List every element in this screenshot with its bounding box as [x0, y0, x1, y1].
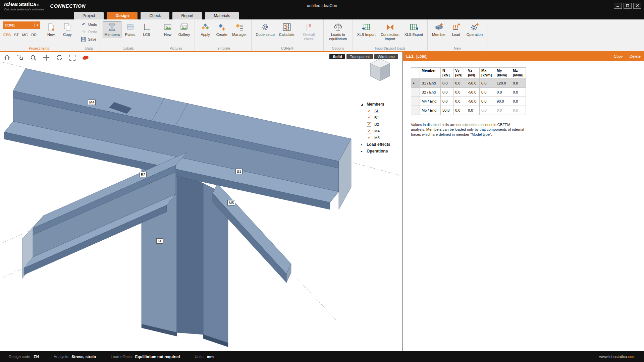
plates-labels-toggle[interactable]: Plates	[122, 21, 138, 38]
cell-my[interactable]: 90.0	[495, 97, 511, 106]
cell-vy[interactable]: 0.0	[453, 78, 466, 87]
zoom-fit-button[interactable]	[69, 54, 76, 61]
cell-member[interactable]: M4 / End	[420, 97, 441, 106]
cell-n[interactable]: 50.0	[441, 106, 453, 115]
tab-project[interactable]: Project	[74, 12, 104, 19]
mode-st-button[interactable]: ST	[14, 33, 19, 37]
cell-vy[interactable]: 0.0	[453, 106, 466, 115]
members-labels-toggle[interactable]: Members	[103, 21, 121, 38]
navigation-cube[interactable]	[367, 57, 393, 83]
member-label-sl[interactable]: SL	[156, 238, 163, 244]
cell-n[interactable]: 0.0	[441, 97, 453, 106]
model-3d-scene[interactable]	[0, 52, 402, 351]
cell-vy[interactable]: 0.0	[453, 87, 466, 97]
new-load-button[interactable]: Load	[448, 21, 464, 38]
home-view-button[interactable]	[3, 54, 11, 61]
new-operation-button[interactable]: Operation	[465, 21, 484, 38]
save-button[interactable]: Save	[81, 36, 97, 42]
display-mode-wireframe[interactable]: Wireframe	[374, 54, 398, 59]
delete-load-effect-button[interactable]: Delete	[630, 54, 641, 58]
tree-node-members[interactable]: ◢ Members	[361, 101, 401, 108]
status-design-code[interactable]: Design code: EN	[9, 355, 39, 359]
minimize-button[interactable]	[614, 3, 622, 9]
website-link[interactable]: www.ideastatica.com	[599, 355, 635, 359]
cell-my[interactable]: 120.0	[495, 78, 511, 87]
copy-project-item-button[interactable]: Copy	[60, 21, 75, 38]
tree-item-b2[interactable]: ✔ B2	[361, 121, 401, 128]
tree-item-m5[interactable]: ✔ M5	[361, 134, 401, 141]
close-button[interactable]	[633, 3, 641, 9]
copy-load-effect-button[interactable]: Copy	[614, 54, 623, 58]
lcs-labels-toggle[interactable]: LCS	[139, 21, 154, 38]
zoom-window-button[interactable]	[16, 54, 24, 61]
tab-materials[interactable]: Materials	[205, 12, 239, 19]
mode-mc-button[interactable]: MC	[22, 33, 28, 37]
status-units[interactable]: Units: mm	[195, 355, 214, 359]
table-row-b2[interactable]: B2 / End 0.0 0.0 -50.0 0.0 0.0 0.0	[411, 87, 526, 97]
tab-design[interactable]: Design	[107, 12, 138, 19]
cell-vz[interactable]: -50.0	[466, 78, 480, 87]
table-row-b1[interactable]: ▸ B1 / End 0.0 0.0 -50.0 0.0 120.0 0.0	[411, 78, 526, 87]
mode-dr-button[interactable]: DR	[31, 33, 37, 37]
cell-member[interactable]: B2 / End	[420, 87, 441, 97]
checkbox-checked-icon[interactable]: ✔	[367, 116, 371, 120]
new-project-item-button[interactable]: New	[43, 21, 59, 38]
tree-node-operations[interactable]: ▸ Operations	[361, 148, 401, 155]
pan-button[interactable]	[43, 54, 50, 61]
checkbox-checked-icon[interactable]: ✔	[367, 122, 371, 127]
template-manager-button[interactable]: Manager	[230, 21, 248, 38]
gallery-button[interactable]: Gallery	[176, 21, 192, 38]
xls-import-button[interactable]: XLS Import	[356, 21, 377, 38]
orbit-button[interactable]	[56, 54, 63, 61]
connection-selector[interactable]: CON1 ▾	[3, 21, 40, 29]
member-label-m5[interactable]: M5	[227, 200, 235, 205]
cell-mz[interactable]: 0.0	[511, 97, 526, 106]
tree-item-b1[interactable]: ✔ B1	[361, 114, 401, 121]
cell-my[interactable]: 0.0	[495, 87, 511, 97]
cell-vy[interactable]: 0.0	[453, 97, 466, 106]
maximize-button[interactable]	[624, 3, 632, 9]
member-label-b2[interactable]: B2	[140, 172, 147, 177]
new-picture-button[interactable]: New	[160, 21, 175, 38]
member-label-b1[interactable]: B1	[235, 169, 243, 174]
mode-eps-button[interactable]: EPS	[3, 33, 11, 37]
cell-n[interactable]: 0.0	[441, 78, 453, 87]
checkbox-checked-icon[interactable]: ✔	[367, 136, 371, 140]
checkbox-checked-icon[interactable]: ✔	[367, 109, 371, 113]
tree-item-sl[interactable]: ✔ SL	[361, 108, 401, 114]
cell-member[interactable]: B1 / End	[420, 78, 441, 87]
create-template-button[interactable]: Create	[214, 21, 229, 38]
modify-color-button[interactable]	[82, 54, 89, 61]
code-setup-button[interactable]: Code setup	[254, 21, 276, 38]
calculate-button[interactable]: Calculate	[277, 21, 296, 38]
tab-report[interactable]: Report	[172, 12, 202, 19]
apply-template-button[interactable]: Apply	[198, 21, 213, 38]
cell-vz[interactable]: -50.0	[466, 87, 480, 97]
cell-mz[interactable]: 0.0	[511, 87, 526, 97]
zoom-button[interactable]	[30, 54, 37, 61]
redo-button[interactable]: ↷ Redo	[81, 29, 97, 35]
table-row-m5[interactable]: M5 / End 50.0 0.0 0.0 0.0 0.0 0.0	[411, 106, 526, 115]
row-selector-icon[interactable]: ▸	[411, 78, 420, 87]
tab-check[interactable]: Check	[141, 12, 169, 19]
undo-button[interactable]: ↶ Undo	[81, 21, 97, 27]
display-mode-solid[interactable]: Solid	[329, 54, 345, 59]
cell-mx[interactable]: 0.0	[480, 97, 495, 106]
cell-mz[interactable]: 0.0	[511, 78, 526, 87]
checkbox-checked-icon[interactable]: ✔	[367, 129, 371, 133]
status-load-effects[interactable]: Load effects: Equilibrium not required	[111, 355, 180, 359]
cell-member[interactable]: M5 / End	[420, 106, 441, 115]
cell-mx[interactable]: 0.0	[480, 87, 495, 97]
model-viewport[interactable]: Solid Transparent Wireframe	[0, 52, 402, 351]
connection-import-button[interactable]: Connection Import	[378, 21, 402, 42]
display-mode-transparent[interactable]: Transparent	[346, 54, 373, 59]
cell-mx[interactable]: 0.0	[480, 78, 495, 87]
loads-in-equilibrium-button[interactable]: Loads in equilibrium	[326, 21, 350, 42]
cell-vz[interactable]: -50.0	[466, 97, 480, 106]
overall-check-button[interactable]: Overall check	[297, 21, 321, 42]
xls-export-button[interactable]: XLS Export	[403, 21, 425, 38]
member-label-m4[interactable]: M4	[88, 100, 96, 105]
table-row-m4[interactable]: M4 / End 0.0 0.0 -50.0 0.0 90.0 0.0	[411, 97, 526, 106]
tree-node-load-effects[interactable]: ▸ Load effects	[361, 141, 401, 148]
cell-vz[interactable]: 0.0	[466, 106, 480, 115]
